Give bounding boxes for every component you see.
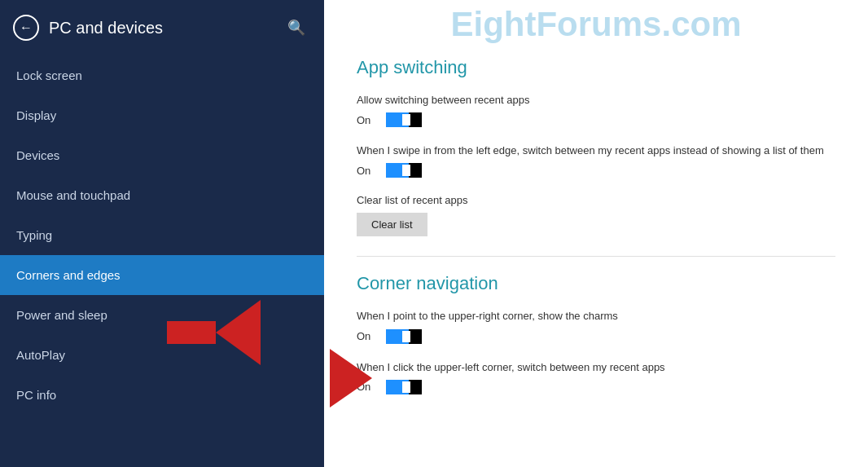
search-icon: 🔍 [287,19,305,37]
corner-nav-title: Corner navigation [357,273,835,294]
upper-left-corner-desc: When I click the upper-left corner, swit… [357,360,829,375]
sidebar-nav: Lock screen Display Devices Mouse and to… [0,55,324,467]
upper-left-toggle-row: On [357,380,835,394]
swipe-desc: When I swipe in from the left edge, swit… [357,143,829,158]
toggle-thumb-2 [402,165,410,176]
swipe-toggle-row: On [357,163,835,178]
sidebar-item-power-sleep[interactable]: Power and sleep [0,295,324,335]
back-arrow-icon: ← [20,21,33,34]
back-button[interactable]: ← [13,15,39,41]
toggle-thumb [402,114,410,126]
allow-switching-toggle-row: On [357,112,835,127]
sidebar-title: PC and devices [49,19,275,37]
sidebar-item-typing[interactable]: Typing [0,215,324,255]
sidebar-item-devices[interactable]: Devices [0,135,324,175]
upper-left-corner-setting: When I click the upper-left corner, swit… [357,360,835,394]
allow-switching-toggle[interactable] [386,112,422,127]
allow-switching-toggle-label: On [357,114,378,126]
sidebar-header: ← PC and devices 🔍 [0,0,324,55]
app-switching-section: App switching Allow switching between re… [357,57,835,236]
app-switching-title: App switching [357,57,835,78]
corner-navigation-section: Corner navigation When I point to the up… [357,273,835,394]
watermark-text: EightForums.com [450,5,741,44]
toggle-thumb-3 [402,331,410,342]
clear-list-button[interactable]: Clear list [357,213,427,236]
upper-right-toggle-row: On [357,329,835,344]
sidebar-item-mouse-touchpad[interactable]: Mouse and touchpad [0,175,324,215]
upper-left-toggle-label: On [357,381,378,393]
sidebar-item-display[interactable]: Display [0,95,324,135]
allow-switching-desc: Allow switching between recent apps [357,93,829,108]
clear-list-desc: Clear list of recent apps [357,194,835,206]
upper-left-toggle[interactable] [386,380,422,394]
swipe-toggle[interactable] [386,163,422,178]
watermark: EightForums.com [324,0,868,49]
toggle-thumb-4 [402,381,410,393]
upper-right-corner-desc: When I point to the upper-right corner, … [357,309,829,324]
upper-right-corner-setting: When I point to the upper-right corner, … [357,309,835,343]
sidebar: ← PC and devices 🔍 Lock screen Display D… [0,0,324,467]
swipe-setting: When I swipe in from the left edge, swit… [357,143,835,178]
allow-switching-setting: Allow switching between recent apps On [357,93,835,127]
main-content: EightForums.com App switching Allow swit… [324,0,868,467]
search-button[interactable]: 🔍 [285,16,308,39]
sidebar-item-corners-edges[interactable]: Corners and edges [0,255,324,295]
clear-list-section: Clear list of recent apps Clear list [357,194,835,236]
sidebar-item-autoplay[interactable]: AutoPlay [0,335,324,375]
sidebar-item-lock-screen[interactable]: Lock screen [0,55,324,95]
swipe-toggle-label: On [357,165,378,177]
section-divider [357,256,835,257]
upper-right-toggle[interactable] [386,329,422,344]
upper-right-toggle-label: On [357,330,378,342]
sidebar-item-pc-info[interactable]: PC info [0,375,324,415]
